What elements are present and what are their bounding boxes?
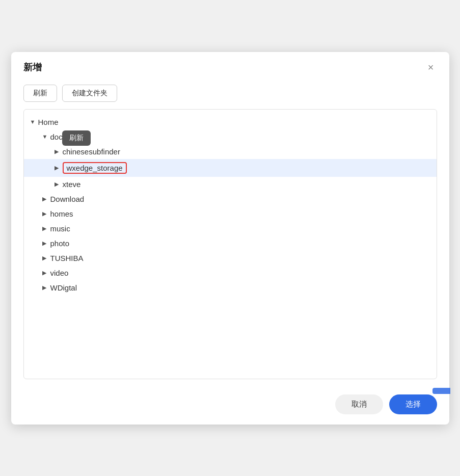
tree-item-chinesesubfinder[interactable]: ▶chinesesubfinder [24,144,437,159]
tree-item-Download[interactable]: ▶Download [24,192,437,206]
select-button[interactable]: 选择 [389,394,437,414]
create-folder-button[interactable]: 创建文件夹 [62,85,117,102]
tree-arrow-xteve: ▶ [55,181,63,188]
tree-label-Download: Download [50,195,85,203]
tree-arrow-music: ▶ [42,225,50,232]
tree-item-homes[interactable]: ▶homes [24,206,437,221]
tree-item-home[interactable]: ▼Home [24,115,437,129]
tree-arrow-Download: ▶ [42,196,50,202]
tree-arrow-TUSHIBA: ▶ [42,255,50,261]
tree-arrow-wxedge_storage: ▶ [55,165,63,171]
tree-arrow-WDigtal: ▶ [42,284,50,291]
tree-label-video: video [50,269,69,277]
tree-item-WDigtal[interactable]: ▶WDigtal [24,280,437,295]
tree-label-WDigtal: WDigtal [50,283,77,292]
refresh-button[interactable]: 刷新 [23,85,57,102]
tree-arrow-homes: ▶ [42,210,50,217]
refresh-tooltip: 刷新 [62,130,91,146]
tree-label-photo: photo [50,239,70,248]
tree-arrow-home: ▼ [30,119,38,125]
file-tree[interactable]: ▼Home▼docker▶chinesesubfinder▶wxedge_sto… [23,109,437,379]
cancel-button[interactable]: 取消 [335,394,383,414]
tree-label-music: music [50,224,70,233]
tree-arrow-video: ▶ [42,270,50,276]
tree-label-wxedge_storage: wxedge_storage [63,162,127,174]
watermark: 什么值得买 [432,388,450,394]
dialog-title: 新增 [23,61,42,73]
tree-item-video[interactable]: ▶video [24,266,437,280]
dialog: 新增 × 刷新 创建文件夹 刷新 ▼Home▼docker▶chinesesub… [11,52,449,425]
tree-label-xteve: xteve [63,180,81,189]
tree-label-home: Home [38,118,59,126]
tree-label-homes: homes [50,209,73,218]
tree-item-music[interactable]: ▶music [24,221,437,236]
tree-label-chinesesubfinder: chinesesubfinder [63,147,120,156]
tree-arrow-photo: ▶ [42,240,50,247]
tree-label-TUSHIBA: TUSHIBA [50,254,84,262]
dialog-footer: 取消 选择 [11,387,449,425]
tree-item-TUSHIBA[interactable]: ▶TUSHIBA [24,251,437,266]
tree-item-photo[interactable]: ▶photo [24,236,437,251]
dialog-header: 新增 × [11,52,449,81]
toolbar: 刷新 创建文件夹 刷新 [11,81,449,109]
tree-arrow-chinesesubfinder: ▶ [55,148,63,155]
tree-item-wxedge_storage[interactable]: ▶wxedge_storage [24,159,437,177]
tree-item-xteve[interactable]: ▶xteve [24,177,437,192]
close-button[interactable]: × [425,61,437,73]
tree-arrow-docker: ▼ [42,134,50,140]
